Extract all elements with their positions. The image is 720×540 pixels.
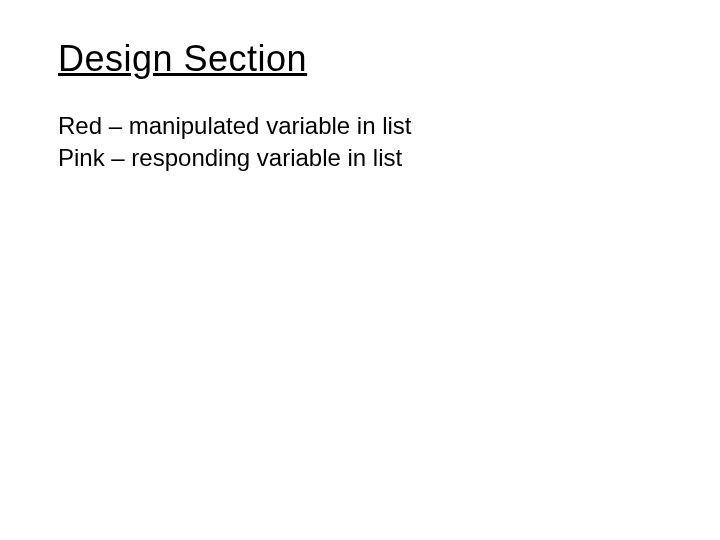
section-heading: Design Section xyxy=(58,38,662,80)
body-line-2: Pink – responding variable in list xyxy=(58,142,662,174)
body-line-1: Red – manipulated variable in list xyxy=(58,110,662,142)
body-text: Red – manipulated variable in list Pink … xyxy=(58,110,662,175)
